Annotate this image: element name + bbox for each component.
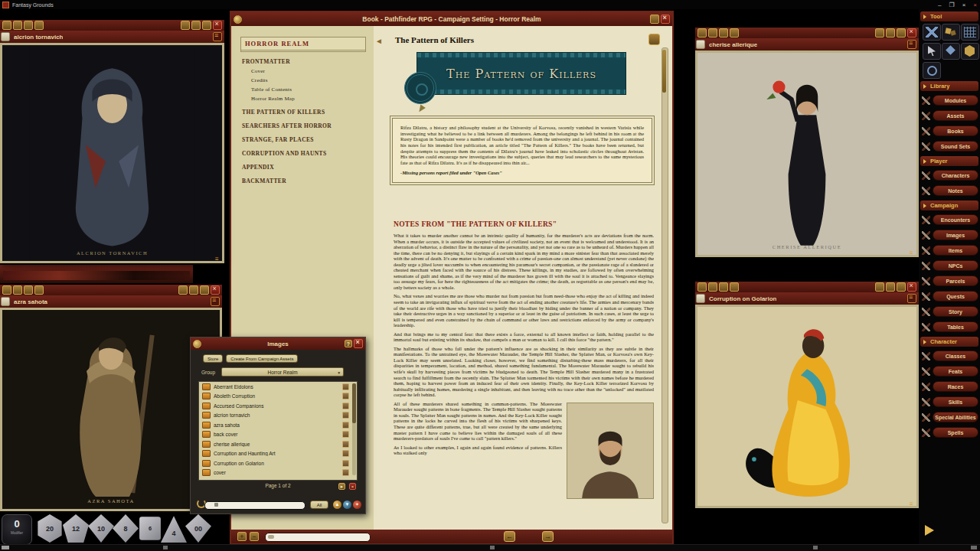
pin-icon[interactable] <box>234 15 242 24</box>
sidebar-item-assets[interactable]: Assets <box>919 108 980 123</box>
taskbar-grip[interactable] <box>971 546 977 549</box>
toc-item-cover[interactable]: Cover <box>231 67 374 76</box>
toc-item-pattern-of-killers[interactable]: THE PATTERN OF KILLERS <box>231 107 374 117</box>
toc-item-credits[interactable]: Credits <box>231 76 374 85</box>
share-icon[interactable] <box>875 28 884 37</box>
portrait-image[interactable]: AZRA SAHOTA <box>0 308 222 511</box>
sidebar-item-items[interactable]: Items <box>919 243 980 258</box>
tab-create-from-campaign-assets[interactable]: Create From Campaign Assets <box>226 354 298 363</box>
zoom-icon[interactable] <box>2 285 11 295</box>
sort-down-icon[interactable]: ▼ <box>343 500 351 509</box>
tab-store[interactable]: Store <box>203 354 223 363</box>
group-dropdown[interactable]: Horror Realm <box>221 367 344 377</box>
pointer-tool-icon[interactable] <box>923 43 941 60</box>
resize-grip[interactable] <box>910 250 917 256</box>
draw-icon[interactable] <box>708 282 717 292</box>
pin-icon[interactable] <box>193 340 201 348</box>
share-icon[interactable] <box>875 282 884 292</box>
modifier-box[interactable]: 0 Modifier <box>2 514 32 545</box>
toc-item-searchers-after-horror[interactable]: SEARCHERS AFTER HORROR <box>231 121 374 131</box>
list-item[interactable]: Aboleth Corruption <box>199 392 357 402</box>
scrollbar-thumb[interactable] <box>662 50 666 93</box>
menu-grip-icon[interactable] <box>907 294 916 303</box>
open-window-icon[interactable] <box>342 450 349 457</box>
window-images[interactable]: Images ? Store Create From Campaign Asse… <box>190 337 366 514</box>
close-icon[interactable] <box>213 21 222 30</box>
menu-grip-icon[interactable] <box>213 32 222 41</box>
toc-item-corruption-and-haunts[interactable]: CORRUPTION AND HAUNTS <box>231 148 374 158</box>
images-titlebar[interactable]: Images ? <box>191 337 365 350</box>
list-item[interactable]: Aberrant Eidolons <box>199 382 357 392</box>
menu-grip-icon[interactable] <box>211 297 220 306</box>
sidebar-item-story[interactable]: Story <box>919 304 980 319</box>
window-toolbar[interactable] <box>695 28 919 38</box>
maximize-icon[interactable]: ❐ <box>949 2 954 8</box>
mask-icon[interactable] <box>34 21 44 30</box>
sidebar-item-quests[interactable]: Quests <box>919 289 980 304</box>
page-scrollbar[interactable] <box>662 47 668 523</box>
window-titlebar[interactable]: cherise allerique <box>695 38 919 51</box>
toc-item-strange-far-places[interactable]: STRANGE, FAR PLACES <box>231 135 374 145</box>
taskbar-tab[interactable] <box>163 546 168 549</box>
mask-icon[interactable] <box>34 285 44 295</box>
horizontal-scrollbar[interactable] <box>265 533 371 542</box>
book-titlebar[interactable]: Book - Pathfinder RPG - Campaign Setting… <box>231 12 672 26</box>
all-button[interactable]: All <box>310 500 328 509</box>
shortcut-icon[interactable] <box>200 285 209 295</box>
sidebar-item-tables[interactable]: Tables <box>919 319 980 334</box>
close-icon[interactable] <box>211 285 220 295</box>
sidebar-item-sound-sets[interactable]: Sound Sets <box>919 139 980 154</box>
brush-icon[interactable]: ✦ <box>353 500 361 509</box>
close-icon[interactable] <box>907 28 916 37</box>
list-item[interactable]: azra sahota <box>199 420 357 430</box>
next-list-page-icon[interactable]: ► <box>338 483 345 490</box>
taskbar-tab[interactable] <box>2 546 9 549</box>
portrait-image[interactable]: CHERISE ALLERIQUE <box>695 51 919 257</box>
zoom-icon[interactable] <box>697 28 707 37</box>
os-titlebar[interactable]: Fantasy Grounds – ❐ × × <box>0 0 980 9</box>
lock-icon[interactable] <box>191 21 201 30</box>
close-icon[interactable] <box>907 282 916 292</box>
slider-thumb[interactable] <box>214 503 218 507</box>
list-item[interactable]: cherise allerique <box>199 439 357 449</box>
open-window-icon[interactable] <box>342 393 349 399</box>
d4-die[interactable]: 4 <box>161 514 187 543</box>
d20-die[interactable]: 20 <box>37 514 63 543</box>
section-header-library[interactable]: Library <box>920 81 978 91</box>
d12-die[interactable]: 12 <box>63 514 89 543</box>
list-item[interactable]: cover <box>199 468 357 478</box>
window-toolbar[interactable] <box>0 20 224 31</box>
d6-die[interactable]: 6 <box>139 517 161 540</box>
section-header-player[interactable]: Player <box>920 156 978 166</box>
window-titlebar[interactable]: azra sahota <box>0 295 222 308</box>
shortcut-icon[interactable] <box>897 28 906 37</box>
list-item[interactable]: Accursed Companions <box>199 401 357 411</box>
previous-page-button[interactable]: ← <box>504 531 515 542</box>
sidebar-item-images[interactable]: Images <box>919 227 980 243</box>
die-tool-icon[interactable] <box>942 43 960 60</box>
window-azra-sahota[interactable]: azra sahota AZRA SAHOTA <box>0 285 222 511</box>
list-item[interactable]: Corruption and Haunting Art <box>199 449 357 459</box>
share-icon[interactable] <box>178 285 188 295</box>
section-header-character[interactable]: Character <box>920 337 978 347</box>
list-item[interactable]: Corruption on Golarion <box>199 458 357 468</box>
window-cherise-allerique[interactable]: cherise allerique CHERISE ALLERIQUE <box>695 28 919 257</box>
target-tool-icon[interactable] <box>923 62 941 79</box>
zoom-in-button[interactable]: + <box>237 532 247 541</box>
window-shade-icon[interactable] <box>648 34 660 45</box>
taskbar-tab[interactable] <box>490 546 495 549</box>
pointer-icon[interactable] <box>719 282 728 292</box>
share-icon[interactable] <box>650 15 659 24</box>
open-window-icon[interactable] <box>342 441 349 448</box>
draw-icon[interactable] <box>708 28 717 37</box>
open-window-icon[interactable] <box>342 383 349 390</box>
sort-up-icon[interactable]: ▲ <box>333 500 341 509</box>
window-titlebar[interactable]: alcrion tornavich <box>0 31 224 43</box>
resize-grip[interactable] <box>215 256 223 262</box>
sidebar-item-books[interactable]: Books <box>919 123 980 139</box>
d10-die[interactable]: 10 <box>88 514 114 543</box>
open-window-icon[interactable] <box>342 403 349 409</box>
menu-grip-icon[interactable] <box>907 40 916 49</box>
toc-item-table-of-contents[interactable]: Table of Contents <box>231 85 374 94</box>
sidebar-item-parcels[interactable]: Parcels <box>919 273 980 289</box>
